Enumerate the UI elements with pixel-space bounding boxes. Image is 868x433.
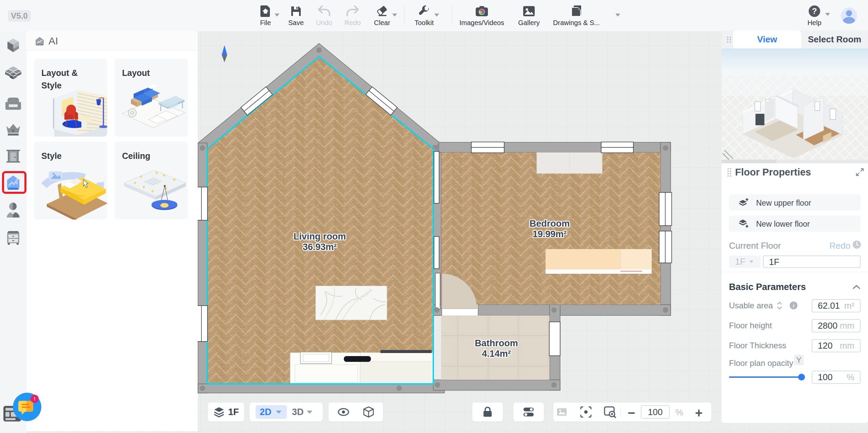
svg-text:v: v: [12, 128, 15, 133]
svg-text:?: ?: [812, 6, 817, 16]
